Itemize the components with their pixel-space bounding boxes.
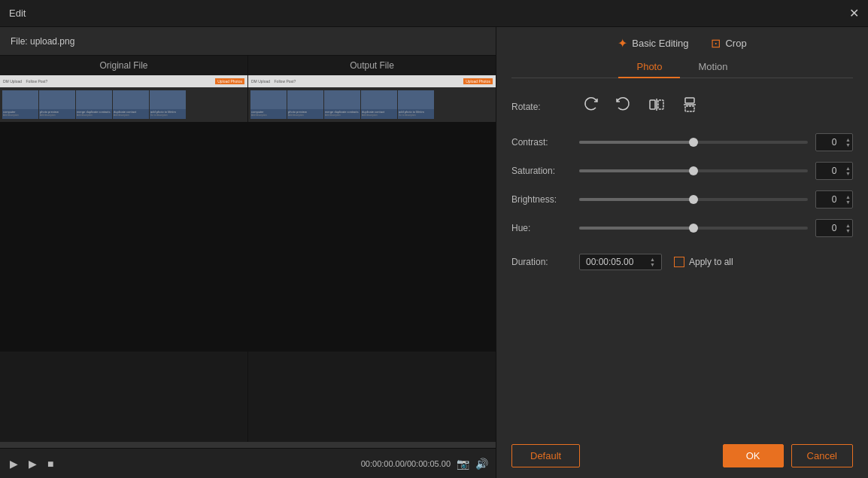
flip-vertical-button[interactable] xyxy=(678,95,701,118)
saturation-label: Saturation: xyxy=(511,166,579,176)
contrast-spinner[interactable]: ▲ ▼ xyxy=(845,137,851,148)
tab-basic-editing[interactable]: ✦ Basic Editing xyxy=(618,36,688,50)
ss-upload-btn-out: Upload Photos xyxy=(463,78,493,84)
window-title: Edit xyxy=(9,8,26,19)
lower-preview xyxy=(0,352,496,442)
ss-thumb-1: photo preview Add description xyxy=(39,90,75,119)
duration-label: Duration: xyxy=(511,257,579,267)
saturation-down[interactable]: ▼ xyxy=(845,171,851,176)
default-button[interactable]: Default xyxy=(511,444,580,467)
saturation-up[interactable]: ▲ xyxy=(845,166,851,171)
brightness-label: Brightness: xyxy=(511,194,579,205)
cancel-button[interactable]: Cancel xyxy=(791,444,853,467)
saturation-spinner[interactable]: ▲ ▼ xyxy=(845,166,851,176)
output-screenshot: DM Upload Follow Post? Upload Photos com… xyxy=(248,75,496,351)
play-button-1[interactable]: ▶ xyxy=(8,455,20,472)
ss-topbar-text-orig: DM Upload Follow Post? xyxy=(3,79,47,84)
output-pane: Output File DM Upload Follow Post? Uploa… xyxy=(247,56,496,351)
contrast-label: Contrast: xyxy=(511,137,579,148)
stop-button[interactable]: ■ xyxy=(45,455,56,472)
hue-thumb[interactable] xyxy=(689,224,698,233)
controls-bar: ▶ ▶ ■ 00:00:00.00/00:00:05.00 📷 🔊 xyxy=(0,448,496,478)
contrast-fill xyxy=(579,141,693,144)
brightness-fill xyxy=(579,198,693,201)
ss-upload-btn-orig: Upload Photos xyxy=(215,78,244,84)
play-button-2[interactable]: ▶ xyxy=(26,455,39,472)
hue-up[interactable]: ▲ xyxy=(845,223,851,228)
apply-all-checkbox[interactable] xyxy=(674,257,684,267)
apply-all-label: Apply to all xyxy=(689,257,733,267)
sub-tabs: Photo Motion xyxy=(511,56,853,78)
duration-input[interactable]: 00:00:05.00 ▲ ▼ xyxy=(579,254,662,270)
ss-thumb-out-1: photo preview Add description xyxy=(287,90,323,119)
svg-rect-4 xyxy=(685,106,694,111)
ss-thumb-out-3: duplicate contact Add description xyxy=(361,90,397,119)
saturation-value: 0 ▲ ▼ xyxy=(815,162,853,180)
ss-topbar-orig: DM Upload Follow Post? Upload Photos xyxy=(0,75,247,87)
timeline-bar[interactable] xyxy=(0,442,496,448)
saturation-thumb[interactable] xyxy=(689,166,698,175)
duration-down[interactable]: ▼ xyxy=(650,262,655,267)
close-button[interactable]: ✕ xyxy=(849,6,859,20)
right-action-buttons: OK Cancel xyxy=(723,444,853,467)
contrast-down[interactable]: ▼ xyxy=(845,142,851,148)
svg-rect-1 xyxy=(658,100,663,109)
bottom-buttons: Default OK Cancel xyxy=(496,434,868,478)
ss-thumb-out-2: merge duplicate contacts Add description xyxy=(324,90,360,119)
flip-horizontal-button[interactable] xyxy=(645,95,668,118)
camera-icon[interactable]: 📷 xyxy=(457,458,469,470)
ss-thumb-2: merge duplicate contacts Add description xyxy=(76,90,112,119)
duration-row: Duration: 00:00:05.00 ▲ ▼ Apply to all xyxy=(496,248,868,276)
saturation-fill xyxy=(579,169,693,172)
contrast-row: Contrast: 0 ▲ ▼ xyxy=(496,133,868,151)
apply-all: Apply to all xyxy=(674,257,733,267)
tab-crop[interactable]: ⊡ Crop xyxy=(711,36,746,50)
ss-thumbnails-orig: computer Add description photo preview A… xyxy=(0,87,247,122)
original-screenshot: DM Upload Follow Post? Upload Photos com… xyxy=(0,75,247,351)
svg-rect-3 xyxy=(685,98,694,103)
tab-basic-editing-label: Basic Editing xyxy=(632,38,688,49)
brightness-slider[interactable] xyxy=(579,198,808,201)
volume-icon[interactable]: 🔊 xyxy=(475,458,488,470)
brightness-row: Brightness: 0 ▲ ▼ xyxy=(496,190,868,209)
brightness-thumb[interactable] xyxy=(689,195,698,204)
original-label: Original File xyxy=(99,56,147,75)
brightness-up[interactable]: ▲ xyxy=(845,194,851,199)
right-panel: ✦ Basic Editing ⊡ Crop Photo Motion Rota… xyxy=(496,27,868,478)
brightness-down[interactable]: ▼ xyxy=(845,199,851,205)
top-tabs: ✦ Basic Editing ⊡ Crop xyxy=(496,27,868,56)
rotate-right-button[interactable] xyxy=(579,95,602,118)
hue-label: Hue: xyxy=(511,223,579,233)
ok-button[interactable]: OK xyxy=(723,444,784,467)
lower-pane-left xyxy=(0,352,247,442)
hue-value: 0 ▲ ▼ xyxy=(815,219,853,237)
time-display: 00:00:00.00/00:00:05.00 xyxy=(361,459,451,468)
main-area: File: upload.png Original File DM Upload… xyxy=(0,27,868,478)
rotate-buttons xyxy=(579,95,701,118)
contrast-value: 0 ▲ ▼ xyxy=(815,133,853,151)
contrast-up[interactable]: ▲ xyxy=(845,137,851,142)
ss-thumb-out-4: add photo to lifetim Go to description xyxy=(398,90,434,119)
sub-tab-motion[interactable]: Motion xyxy=(680,56,745,78)
rotate-row: Rotate: xyxy=(511,95,853,118)
ss-thumb-4: add photo to lifetim Go to description xyxy=(150,90,186,119)
file-label: File: upload.png xyxy=(0,27,496,56)
hue-spinner[interactable]: ▲ ▼ xyxy=(845,223,851,233)
contrast-thumb[interactable] xyxy=(689,138,698,147)
contrast-slider[interactable] xyxy=(579,141,808,144)
hue-down[interactable]: ▼ xyxy=(845,228,851,233)
saturation-slider[interactable] xyxy=(579,169,808,172)
hue-slider[interactable] xyxy=(579,227,808,230)
duration-spinner[interactable]: ▲ ▼ xyxy=(650,257,655,267)
left-panel: File: upload.png Original File DM Upload… xyxy=(0,27,496,478)
svg-rect-0 xyxy=(650,100,655,109)
duration-up[interactable]: ▲ xyxy=(650,257,655,262)
ss-thumb-3: duplicate contact Add description xyxy=(113,90,149,119)
hue-row: Hue: 0 ▲ ▼ xyxy=(496,219,868,237)
lower-pane-right xyxy=(247,352,496,442)
ss-topbar-text-out: DM Upload Follow Post? xyxy=(251,79,296,84)
ss-thumb-0: computer Add description xyxy=(2,90,38,119)
rotate-left-button[interactable] xyxy=(612,95,635,118)
sub-tab-photo[interactable]: Photo xyxy=(618,56,680,78)
brightness-spinner[interactable]: ▲ ▼ xyxy=(845,194,851,205)
